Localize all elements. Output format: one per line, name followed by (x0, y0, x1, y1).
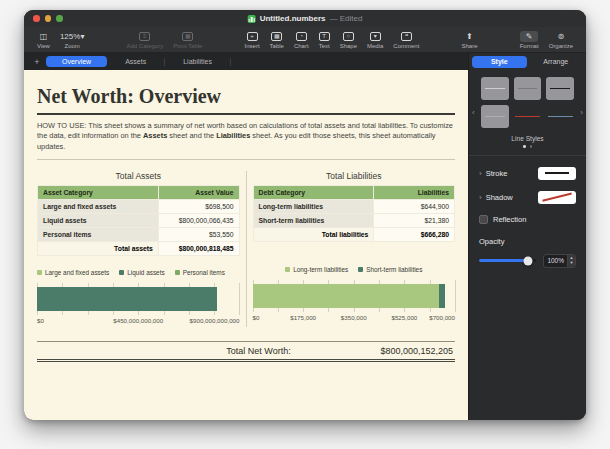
view-button[interactable]: ◫ View (37, 31, 50, 49)
stepper-arrows-icon[interactable]: ▲▼ (567, 255, 575, 267)
tab-overview[interactable]: Overview (46, 56, 107, 67)
reflection-checkbox[interactable] (479, 215, 488, 224)
assets-table-title: Total Assets (37, 171, 240, 181)
add-category-button: ≡ Add Category (127, 31, 164, 49)
line-style-swatch[interactable] (546, 105, 574, 128)
window-title: Untitled.numbers — Edited (248, 14, 363, 23)
chevron-left-icon[interactable]: ‹ (472, 108, 475, 117)
assets-table[interactable]: Asset Category Asset Value Large and fix… (37, 185, 240, 256)
media-button[interactable]: ▾ Media (367, 31, 383, 49)
share-button[interactable]: ⬆ Share (461, 31, 477, 49)
zoom-button[interactable]: 125% ▾ Zoom (60, 31, 84, 49)
net-worth-label: Total Net Worth: (226, 346, 290, 356)
disclosure-icon[interactable]: › (479, 169, 482, 178)
shape-button[interactable]: ○ Shape (340, 31, 357, 49)
table-row[interactable]: Personal items $53,550 (38, 228, 240, 242)
tab-assets[interactable]: Assets (109, 56, 162, 67)
numbers-doc-icon (248, 15, 256, 23)
numbers-window: Untitled.numbers — Edited ◫ View 125% ▾ … (24, 10, 586, 420)
line-style-swatch[interactable] (546, 77, 574, 100)
stroke-preview-button[interactable] (538, 167, 576, 180)
liabilities-table[interactable]: Debt Category Liabilities Long-term liab… (253, 185, 456, 242)
liabilities-column: Total Liabilities Debt Category Liabilit… (253, 171, 456, 327)
add-category-icon: ≡ (139, 31, 150, 42)
comment-button[interactable]: ❝ Comment (393, 31, 419, 49)
tab-arrange[interactable]: Arrange (529, 56, 584, 68)
legend-swatch (37, 270, 42, 275)
opacity-section: Opacity 100% ▲▼ (469, 237, 586, 268)
table-total-row[interactable]: Total liabilities $666,280 (253, 228, 455, 242)
media-icon: ▾ (370, 31, 381, 42)
insert-icon: + (247, 31, 258, 42)
insert-button[interactable]: + Insert (245, 31, 260, 49)
line-style-swatch[interactable] (481, 77, 509, 100)
chart-button[interactable]: ◔ Chart (294, 31, 309, 49)
reflection-row[interactable]: Reflection (469, 215, 586, 224)
sheet-title: Net Worth: Overview (37, 85, 455, 115)
shape-icon: ○ (343, 31, 354, 42)
table-total-row[interactable]: Total assets $800,000,818,485 (38, 242, 240, 256)
net-worth-value: $800,000,152,205 (380, 346, 453, 356)
net-worth-row[interactable]: Total Net Worth: $800,000,152,205 (37, 341, 455, 362)
tab-style[interactable]: Style (472, 56, 527, 68)
traffic-lights (33, 15, 63, 22)
zoom-level: 125% ▾ (60, 31, 84, 42)
opacity-label: Opacity (479, 237, 576, 246)
liabilities-chart[interactable]: Long-term liabilities Short-term liabili… (253, 266, 456, 324)
format-brush-icon: ✎ (520, 31, 538, 42)
legend-swatch (175, 270, 180, 275)
add-sheet-button[interactable]: + (30, 57, 44, 67)
organize-icon: ⊚ (557, 31, 564, 42)
howto-text: HOW TO USE: This sheet shows a summary o… (37, 121, 455, 152)
text-icon: T (319, 31, 330, 42)
assets-chart-axis: $0 $450,000,000,000 $900,000,000,000 (37, 317, 240, 327)
table-row[interactable]: Large and fixed assets $698,500 (38, 200, 240, 214)
disclosure-icon[interactable]: › (479, 193, 482, 202)
line-style-swatch[interactable] (481, 105, 509, 128)
liabilities-bar (253, 284, 456, 308)
assets-bar (37, 287, 240, 311)
shadow-row[interactable]: › Shadow (469, 191, 586, 204)
legend-swatch (119, 270, 124, 275)
assets-chart-legend: Large and fixed assets Liquid assets Per… (37, 269, 240, 276)
pivot-table-icon: ▦ (182, 31, 193, 42)
sheet-canvas: Net Worth: Overview HOW TO USE: This she… (24, 70, 468, 420)
table-row[interactable]: Liquid assets $800,000,066,435 (38, 214, 240, 228)
tab-liabilities[interactable]: Liabilities (167, 56, 228, 67)
opacity-stepper[interactable]: 100% ▲▼ (543, 254, 576, 268)
table-header-row: Asset Category Asset Value (38, 186, 240, 200)
edited-status: — Edited (329, 14, 362, 23)
divider (469, 155, 586, 156)
fullscreen-button[interactable] (56, 15, 63, 22)
chevron-right-icon[interactable]: › (580, 108, 583, 117)
table-button[interactable]: ▦ Table (270, 31, 284, 49)
format-button[interactable]: ✎ Format (520, 31, 539, 49)
chart-icon: ◔ (296, 31, 307, 42)
format-inspector: Style Arrange ‹ › Line Styles › (468, 53, 586, 420)
slider-thumb[interactable] (523, 256, 532, 265)
liabilities-chart-legend: Long-term liabilities Short-term liabili… (253, 266, 456, 273)
minimize-button[interactable] (45, 15, 52, 22)
opacity-slider[interactable] (479, 259, 536, 262)
assets-chart[interactable]: Large and fixed assets Liquid assets Per… (37, 269, 240, 327)
column-divider (246, 171, 247, 327)
pagination-dots[interactable] (469, 145, 586, 148)
comment-icon: ❝ (401, 31, 412, 42)
close-button[interactable] (33, 15, 40, 22)
organize-button[interactable]: ⊚ Organize (549, 31, 573, 49)
line-style-swatch[interactable] (514, 77, 542, 100)
table-row[interactable]: Short-term liabilities $21,380 (253, 214, 455, 228)
assets-chart-plot (37, 283, 240, 315)
table-row[interactable]: Long-term liabilities $644,900 (253, 200, 455, 214)
divider-line (37, 159, 455, 160)
stroke-row[interactable]: › Stroke (469, 167, 586, 180)
text-button[interactable]: T Text (319, 31, 330, 49)
legend-swatch (285, 267, 290, 272)
document-title: Untitled.numbers (260, 14, 326, 23)
line-style-swatch[interactable] (514, 105, 542, 128)
shadow-preview-button[interactable] (538, 191, 576, 204)
titlebar: Untitled.numbers — Edited (24, 10, 586, 27)
line-styles-label: Line Styles (469, 135, 586, 142)
liabilities-chart-axis: $0 $175,000 $350,000 $525,000 $700,000 (253, 314, 456, 324)
liabilities-chart-plot (253, 280, 456, 312)
